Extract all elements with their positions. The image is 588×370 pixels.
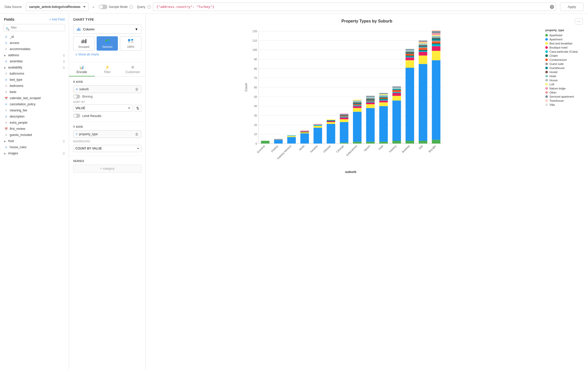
field-item-house_rules[interactable]: Ahouse_rules [0, 144, 69, 150]
field-item-extra_people[interactable]: #extra_people [0, 120, 69, 126]
field-item-cancellation_policy[interactable]: Acancellation_policy [0, 101, 69, 107]
sort-select[interactable]: VALUE [73, 105, 132, 112]
field-item-accommodates[interactable]: #accommodates [0, 46, 69, 52]
bar-segment [340, 114, 348, 115]
datasource-select[interactable]: sample_airbnb.listingsAndReviews [26, 3, 88, 11]
query-input[interactable] [153, 3, 556, 11]
bar-segment [340, 114, 348, 115]
field-badge: {} [63, 140, 65, 143]
clear-query-button[interactable]: ✕ [550, 5, 554, 9]
chart-menu-button[interactable]: ⋯ [575, 18, 583, 25]
svg-rect-14 [131, 39, 133, 40]
field-expand-icon: ▶ [4, 140, 6, 143]
sample-mode-info-icon[interactable]: i [129, 5, 133, 9]
field-item-bathrooms[interactable]: #bathrooms [0, 71, 69, 77]
svg-rect-12 [128, 39, 130, 41]
aggregate-select[interactable]: COUNT BY VALUE [73, 145, 141, 152]
field-item-amenities[interactable]: Aamenities[] [0, 58, 69, 64]
encode-tab-customize[interactable]: ⚙Customize [120, 63, 145, 76]
field-item-images[interactable]: ▶images{} [0, 150, 69, 156]
field-item-bedrooms[interactable]: #bedrooms [0, 83, 69, 89]
chart-area: 0102030405060708090100110120CountEminönü… [151, 26, 583, 365]
field-name: availability [8, 66, 61, 69]
legend-item-bed-and-breakfast: Bed and breakfast [545, 42, 578, 45]
chart-variant-100pct[interactable]: 100% [120, 36, 141, 51]
bar-segment [313, 124, 322, 125]
field-item-host[interactable]: ▶host{} [0, 138, 69, 144]
field-item-description[interactable]: Adescription [0, 113, 69, 120]
svg-text:Üsküdar: Üsküdar [323, 144, 332, 153]
sort-direction-button[interactable]: ⇅ [134, 105, 141, 112]
field-item-cleaning_fee[interactable]: #cleaning_fee [0, 107, 69, 113]
x-axis-field-type-icon: A [76, 88, 78, 91]
filter-input[interactable] [4, 24, 65, 31]
bar-segment [327, 120, 335, 121]
bar-segment [419, 41, 427, 42]
chart-panel: Property Types by Suburb ⋯ 0102030405060… [146, 14, 588, 370]
bar-segment [353, 108, 361, 112]
legend-item-house: House [545, 79, 578, 82]
bar-segment [379, 96, 388, 97]
apply-button[interactable]: Apply [560, 3, 583, 11]
bar-segment [300, 131, 309, 132]
legend-item-loft: Loft [545, 83, 578, 86]
bar-segment [432, 36, 440, 37]
x-axis-field-name: suburb [79, 87, 133, 91]
chart-type-chevron-icon: ▼ [135, 27, 138, 31]
field-item-_id[interactable]: A_id [0, 34, 69, 40]
add-field-button[interactable]: + Add Field [49, 18, 65, 21]
legend-item-boutique-hotel: Boutique hotel [545, 46, 578, 49]
bar-segment [432, 38, 440, 39]
chart-variant-stacked[interactable]: Stacked [97, 36, 118, 51]
app-container: Data Source sample_airbnb.listingsAndRev… [0, 0, 588, 370]
x-axis-field-row: A suburb 🗑 [73, 85, 141, 93]
binning-toggle[interactable] [73, 95, 80, 99]
x-axis-delete-button[interactable]: 🗑 [135, 87, 139, 91]
svg-text:0: 0 [256, 142, 257, 145]
legend-item-townhouse: Townhouse [545, 99, 578, 102]
field-item-address[interactable]: ▶address{} [0, 52, 69, 58]
bar-segment [419, 47, 427, 48]
chart-type-select-button[interactable]: Column ▼ [73, 25, 141, 34]
field-type-icon: # [4, 134, 8, 136]
y-axis-field-type-icon: # [76, 133, 77, 136]
encode-tab-icon-encode: 📊 [80, 65, 84, 69]
field-name: first_review [10, 127, 63, 131]
field-item-bed_type[interactable]: Abed_type [0, 77, 69, 83]
chart-variant-icon-100pct [128, 39, 134, 44]
sample-mode-toggle[interactable] [99, 5, 107, 9]
legend-dot [545, 46, 548, 49]
legend-dot [545, 54, 548, 57]
field-item-guests_included[interactable]: #guests_included [0, 132, 69, 138]
bar-segment [353, 100, 361, 101]
y-axis-delete-button[interactable]: 🗑 [135, 132, 139, 136]
limit-toggle[interactable] [73, 114, 80, 118]
field-item-beds[interactable]: #beds [0, 89, 69, 95]
query-info-icon[interactable]: i [147, 5, 151, 9]
encode-tab-filter[interactable]: ⚡Filter [95, 63, 120, 76]
chart-variant-grouped[interactable]: Grouped [73, 36, 95, 51]
field-item-calendar_last_scraped[interactable]: 📅calendar_last_scraped [0, 95, 69, 101]
svg-text:Moda: Moda [299, 144, 305, 151]
column-chart-icon [76, 27, 81, 31]
bar-segment [300, 133, 309, 144]
bar-segment [366, 101, 375, 102]
field-name: bathrooms [10, 72, 63, 75]
show-all-charts-button[interactable]: ∨ Show all charts [73, 51, 101, 58]
field-type-icon: A [4, 115, 8, 118]
field-name: description [10, 115, 63, 118]
add-category-button[interactable]: + category [73, 165, 141, 173]
field-item-first_review[interactable]: 📅first_review [0, 126, 69, 132]
svg-text:40: 40 [254, 105, 257, 108]
bar-segment [300, 131, 309, 132]
encode-tab-encode[interactable]: 📊Encode [69, 63, 95, 76]
field-item-availability[interactable]: ▶availability{} [0, 64, 69, 71]
field-item-access[interactable]: Aaccess [0, 40, 69, 46]
svg-rect-8 [105, 40, 107, 42]
bar-segment [405, 60, 414, 68]
svg-text:Karaköy: Karaköy [310, 145, 318, 153]
bar-segment [419, 41, 427, 42]
svg-text:Fatih: Fatih [378, 145, 384, 151]
bar-segment [353, 103, 361, 104]
legend-dot [545, 75, 548, 77]
